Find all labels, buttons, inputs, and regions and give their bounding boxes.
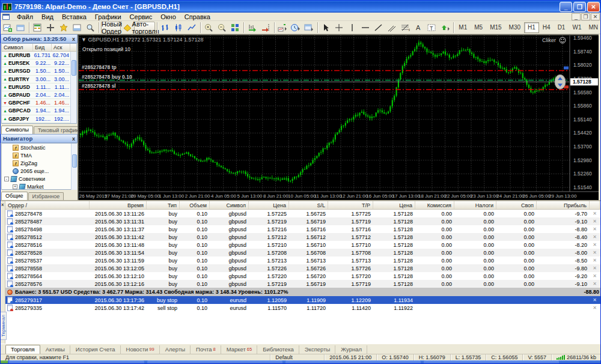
order-row-285278498[interactable]: 2852784982015.06.30 13:11:37buy0.10gbpus…	[5, 225, 601, 233]
menu-сервис[interactable]: Сервис	[126, 13, 157, 20]
channel-tool[interactable]	[385, 22, 398, 34]
indicators-button[interactable]	[276, 22, 289, 34]
close-order-icon[interactable]: ✕	[590, 281, 600, 287]
col-header-6[interactable]: S/L	[289, 201, 328, 209]
candlestick-chart-button[interactable]	[172, 22, 185, 34]
market-watch-row-gbpjpy[interactable]: ▲GBPJPY192....192....	[2, 115, 76, 123]
maximize-button[interactable]: ❐	[573, 2, 586, 12]
tab-активы[interactable]: Активы	[41, 345, 70, 354]
templates-button[interactable]	[302, 22, 316, 34]
navigator-item-советники[interactable]: -Советники	[2, 175, 76, 183]
cursor-tool[interactable]	[319, 22, 332, 34]
market-watch-row-eursgd[interactable]: ▲EURSGD1.50...1.50...	[2, 67, 76, 75]
market-watch-row-gbpaud[interactable]: ▲GBPAUD2.04...2.04...	[2, 91, 76, 99]
col-header-8[interactable]: Цена	[373, 201, 415, 209]
market-watch-scrollbar[interactable]	[70, 52, 76, 123]
order-row-285278528[interactable]: 2852785282015.06.30 13:11:54buy0.10gbpus…	[5, 249, 601, 256]
chart-area[interactable]: 1.594601.587401.580201.573001.565801.558…	[78, 34, 599, 200]
order-row-285279317[interactable]: 2852793172015.06.30 13:17:36buy stop0.10…	[5, 296, 601, 304]
tab-журнал[interactable]: Журнал	[336, 345, 367, 354]
label-tool[interactable]: T	[425, 22, 438, 34]
order-row-285278487[interactable]: 2852784872015.06.30 13:11:31buy0.10gbpus…	[5, 217, 601, 225]
order-row-285278564[interactable]: 2852785642015.06.30 13:12:10buy0.10gbpus…	[5, 272, 601, 280]
close-order-icon[interactable]: ✕	[590, 273, 600, 279]
timeframe-m15[interactable]: M15	[486, 22, 505, 33]
close-order-icon[interactable]: ✕	[590, 219, 600, 224]
line-chart-button[interactable]	[185, 22, 198, 34]
col-header-11[interactable]: Своп	[496, 201, 537, 209]
navigator-toggle[interactable]	[57, 22, 70, 34]
terminal-close-icon[interactable]: x	[1, 202, 4, 207]
timeframe-mn[interactable]: MN	[585, 22, 601, 33]
order-row-285278558[interactable]: 2852785582015.06.30 13:12:05buy0.10gbpus…	[5, 264, 601, 272]
price-chart[interactable]: 1.594601.587401.580201.573001.565801.558…	[79, 35, 599, 200]
zoom-in-button[interactable]	[202, 22, 215, 34]
col-header-1[interactable]: Время	[90, 201, 147, 209]
autotrade-button[interactable]: Авто-торговля	[134, 22, 154, 34]
navigator-close-icon[interactable]: x	[72, 136, 75, 142]
order-row-285278576[interactable]: 2852785762015.06.30 13:12:16buy0.10gbpus…	[5, 280, 601, 288]
strategy-tester-toggle[interactable]	[84, 22, 97, 34]
market-watch-close-icon[interactable]: x	[72, 36, 75, 42]
market-watch-col-header[interactable]: Символ	[2, 44, 33, 51]
navigator-scrollbar[interactable]	[71, 144, 77, 190]
tab-эксперты[interactable]: Эксперты	[300, 345, 336, 354]
navigator-item-zigzag[interactable]: fZigZag	[2, 159, 76, 167]
taskbar-button[interactable]	[285, 360, 421, 364]
data-window-toggle[interactable]	[44, 22, 57, 34]
timeframe-h1[interactable]: H1	[524, 22, 539, 33]
new-order-button[interactable]: Новый Ордер	[101, 22, 121, 34]
tab-маркет[interactable]: Маркет65	[222, 345, 258, 354]
timeframe-d1[interactable]: D1	[554, 22, 569, 33]
minimize-button[interactable]: _	[560, 2, 572, 12]
windows-taskbar[interactable]	[1, 360, 601, 364]
zoom-out-button[interactable]	[215, 22, 228, 34]
order-row-285278537[interactable]: 2852785372015.06.30 13:11:59buy0.10gbpus…	[5, 256, 601, 264]
order-row-285279335[interactable]: 2852793352015.06.30 13:17:42sell stop0.1…	[5, 304, 601, 312]
market-watch-tab-tick-chart[interactable]: Тиковый график	[34, 126, 83, 134]
terminal-toggle[interactable]	[70, 22, 84, 34]
close-order-icon[interactable]: ✕	[590, 305, 600, 311]
col-header-0[interactable]: Ордер /	[5, 201, 90, 209]
navigator-caption[interactable]: Навигатор x	[1, 134, 78, 143]
col-header-10[interactable]: Налоги	[454, 201, 496, 209]
col-header-3[interactable]: Объем	[180, 201, 210, 209]
hline-tool[interactable]	[359, 22, 372, 34]
navigator-item-stochastic[interactable]: fStochastic	[2, 144, 76, 151]
close-order-icon[interactable]: ✕	[590, 242, 600, 247]
market-watch-tab-symbols[interactable]: Символы	[1, 126, 33, 134]
text-tool[interactable]: A	[412, 22, 425, 34]
market-watch-row-eurrub[interactable]: ▲EURRUB61.73162.704	[2, 52, 76, 59]
child-close-button[interactable]: ✕	[591, 13, 600, 20]
crosshair-tool[interactable]	[332, 22, 346, 34]
trendline-tool[interactable]	[372, 22, 385, 34]
close-order-icon[interactable]: ✕	[590, 258, 600, 263]
navigator-tab[interactable]: Общие	[1, 192, 28, 200]
market-watch-toggle[interactable]	[31, 22, 44, 34]
col-header-5[interactable]: Цена	[249, 201, 289, 209]
tile-windows-button[interactable]	[228, 22, 242, 34]
market-watch-col-header[interactable]: Бид	[33, 44, 52, 51]
order-row-285278512[interactable]: 2852785122015.06.30 13:11:42buy0.10gbpus…	[5, 233, 601, 241]
market-watch-row-gbpchf[interactable]: ▼GBPCHF1.46...1.46...	[2, 99, 76, 107]
start-button[interactable]	[1, 360, 8, 364]
market-watch-col-header[interactable]: Аск	[52, 44, 70, 51]
status-profile[interactable]: Default	[270, 354, 325, 360]
tab-история-счета[interactable]: История Счета	[71, 345, 121, 354]
menu-файл[interactable]: Файл	[13, 13, 37, 20]
order-row-285278478[interactable]: 2852784782015.06.30 13:11:26buy0.10gbpus…	[5, 210, 601, 217]
navigator-item-market[interactable]: +Market	[2, 183, 76, 190]
periods-button[interactable]	[289, 22, 302, 34]
timeframe-h4[interactable]: H4	[539, 22, 554, 33]
col-header-2[interactable]: Тип	[147, 201, 180, 209]
tab-торговля[interactable]: Торговля	[5, 345, 40, 354]
close-order-icon[interactable]: ✕	[590, 211, 600, 216]
child-minimize-button[interactable]: _	[572, 13, 581, 20]
tree-expander-icon[interactable]: -	[4, 177, 9, 181]
col-header-9[interactable]: Комиссия	[415, 201, 454, 209]
order-row-285278516[interactable]: 2852785162015.06.30 13:11:48buy0.10gbpus…	[5, 241, 601, 249]
market-watch-row-eursek[interactable]: ▲EURSEK9.22...9.22...	[2, 59, 76, 67]
arrows-tool[interactable]	[438, 22, 451, 34]
market-watch-row-eurtry[interactable]: ▲EURTRY3.00...3.00...	[2, 76, 76, 83]
timeframe-m30[interactable]: M30	[505, 22, 524, 33]
